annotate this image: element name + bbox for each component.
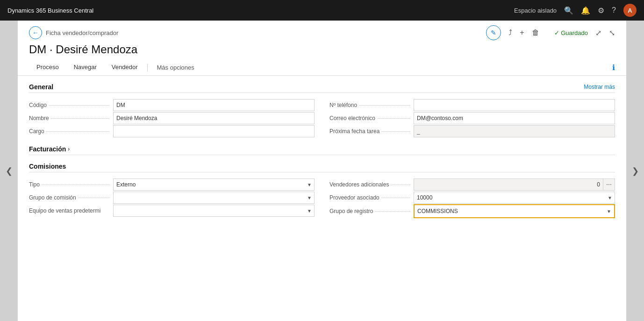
edit-button[interactable]: ✎ — [486, 25, 501, 40]
field-grupo-registro: Grupo de registro COMMISSIONS ▼ — [329, 204, 615, 218]
breadcrumb: Ficha vendedor/comprador — [46, 29, 118, 36]
delete-button[interactable]: 🗑 — [532, 29, 539, 37]
search-icon[interactable]: 🔍 — [564, 6, 573, 15]
form-content: General Mostrar más Código Nombre Cargo — [18, 76, 626, 321]
field-cargo: Cargo — [29, 125, 315, 138]
left-arrow-icon: ❮ — [6, 166, 13, 176]
saved-indicator: ✓ Guardado — [554, 29, 588, 36]
telefono-label: Nº teléfono — [329, 102, 414, 108]
codigo-input[interactable] — [113, 99, 315, 111]
proxima-fecha-label: Próxima fecha tarea — [329, 128, 414, 135]
grupo-comision-label: Grupo de comisión — [29, 194, 113, 201]
info-icon[interactable]: ℹ — [612, 63, 615, 72]
telefono-input[interactable] — [414, 99, 615, 111]
show-more-link[interactable]: Mostrar más — [584, 84, 615, 90]
user-avatar[interactable]: A — [623, 4, 637, 17]
cargo-input[interactable] — [113, 125, 315, 137]
page-title: DM · Desiré Mendoza — [29, 43, 615, 56]
right-arrow[interactable]: ❯ — [626, 21, 644, 321]
field-proxima-fecha: Próxima fecha tarea _ — [329, 125, 615, 138]
tab-proceso[interactable]: Proceso — [29, 60, 66, 75]
vendedores-adicionales-input[interactable] — [414, 178, 603, 191]
cargo-label: Cargo — [29, 128, 113, 135]
notification-icon[interactable]: 🔔 — [581, 6, 590, 15]
sandbox-label: Espacio aislado — [514, 7, 557, 14]
help-icon[interactable]: ? — [612, 6, 616, 14]
tipo-select[interactable]: Externo Interno — [113, 178, 315, 191]
grupo-comision-select[interactable] — [113, 192, 315, 204]
nav-tabs: Proceso Navegar Vendedor Más opciones ℹ — [29, 60, 615, 75]
email-input[interactable] — [414, 112, 615, 124]
facturacion-chevron-icon: › — [68, 146, 70, 152]
right-arrow-icon: ❯ — [632, 166, 639, 176]
equipo-ventas-select[interactable] — [113, 205, 315, 217]
proxima-fecha-value: _ — [414, 125, 615, 137]
open-new-window-icon[interactable]: ⤢ — [595, 29, 601, 37]
facturacion-section-header[interactable]: Facturación › — [29, 145, 615, 155]
field-telefono: Nº teléfono — [329, 99, 615, 112]
page-header: ← Ficha vendedor/comprador ✎ ⤴ + 🗑 ✓ Gua… — [18, 21, 626, 76]
codigo-label: Código — [29, 102, 113, 108]
nombre-input[interactable] — [113, 112, 315, 124]
vendedores-adicionales-expand-btn[interactable]: ⋯ — [603, 178, 615, 191]
comisiones-right-col: Vendedores adicionales ⋯ Proveedor asoci… — [329, 178, 615, 218]
field-grupo-comision: Grupo de comisión ▼ — [29, 191, 315, 204]
general-right-col: Nº teléfono Correo electrónico Próxima f… — [329, 99, 615, 138]
grupo-comision-select-wrapper: ▼ — [113, 192, 315, 204]
comisiones-section-header: Comisiones — [29, 163, 615, 172]
back-icon: ← — [32, 29, 39, 36]
toolbar-icons: ✎ ⤴ + 🗑 ✓ Guardado ⤢ ⤡ — [486, 25, 615, 40]
general-fields: Código Nombre Cargo Nº teléfono — [29, 99, 615, 138]
field-nombre: Nombre — [29, 112, 315, 125]
equipo-ventas-select-wrapper: ▼ — [113, 205, 315, 217]
proveedor-asociado-select[interactable]: 10000 — [414, 192, 615, 204]
general-left-col: Código Nombre Cargo — [29, 99, 315, 138]
tipo-select-wrapper: Externo Interno ▼ — [113, 178, 315, 191]
tab-vendedor[interactable]: Vendedor — [104, 60, 145, 75]
proveedor-asociado-label: Proveedor asociado — [329, 194, 414, 201]
collapse-icon[interactable]: ⤡ — [609, 29, 615, 37]
edit-icon: ✎ — [491, 29, 496, 36]
top-nav: Dynamics 365 Business Central Espacio ai… — [0, 0, 644, 21]
comisiones-section-title: Comisiones — [29, 163, 66, 170]
field-codigo: Código — [29, 99, 315, 112]
grupo-registro-select-wrapper: COMMISSIONS ▼ — [414, 204, 615, 218]
field-equipo-ventas: Equipo de ventas predeterminado ▼ — [29, 204, 315, 217]
breadcrumb-row: ← Ficha vendedor/comprador ✎ ⤴ + 🗑 ✓ Gua… — [29, 25, 615, 40]
field-proveedor-asociado: Proveedor asociado 10000 ▼ — [329, 191, 615, 204]
settings-icon[interactable]: ⚙ — [598, 6, 604, 15]
page-content: ← Ficha vendedor/comprador ✎ ⤴ + 🗑 ✓ Gua… — [18, 21, 626, 321]
top-nav-right: Espacio aislado 🔍 🔔 ⚙ ? A — [514, 4, 637, 17]
general-section-title: General — [29, 83, 53, 91]
vendedores-adicionales-wrapper: ⋯ — [414, 178, 615, 191]
equipo-ventas-label: Equipo de ventas predeterminado — [29, 207, 113, 214]
tab-navegar[interactable]: Navegar — [66, 60, 104, 75]
main-wrapper: ❮ ← Ficha vendedor/comprador ✎ ⤴ + 🗑 ✓ G… — [0, 21, 644, 321]
field-vendedores-adicionales: Vendedores adicionales ⋯ — [329, 178, 615, 191]
add-button[interactable]: + — [520, 29, 524, 37]
field-tipo: Tipo Externo Interno ▼ — [29, 178, 315, 191]
more-options-tab[interactable]: Más opciones — [150, 60, 202, 75]
comisiones-left-col: Tipo Externo Interno ▼ Grupo de comisión — [29, 178, 315, 218]
vendedores-adicionales-label: Vendedores adicionales — [329, 181, 414, 188]
back-button[interactable]: ← — [29, 26, 42, 39]
proveedor-asociado-select-wrapper: 10000 ▼ — [414, 192, 615, 204]
email-label: Correo electrónico — [329, 115, 414, 121]
general-section-header: General Mostrar más — [29, 83, 615, 93]
nombre-label: Nombre — [29, 115, 113, 121]
app-brand: Dynamics 365 Business Central — [7, 7, 93, 14]
left-arrow[interactable]: ❮ — [0, 21, 18, 321]
tipo-label: Tipo — [29, 181, 113, 188]
grupo-registro-label: Grupo de registro — [329, 208, 414, 214]
tab-divider — [147, 64, 148, 71]
grupo-registro-select[interactable]: COMMISSIONS — [415, 205, 614, 217]
share-button[interactable]: ⤴ — [508, 29, 512, 37]
facturacion-section-title: Facturación — [29, 145, 66, 153]
comisiones-fields: Tipo Externo Interno ▼ Grupo de comisión — [29, 178, 615, 218]
field-email: Correo electrónico — [329, 112, 615, 125]
